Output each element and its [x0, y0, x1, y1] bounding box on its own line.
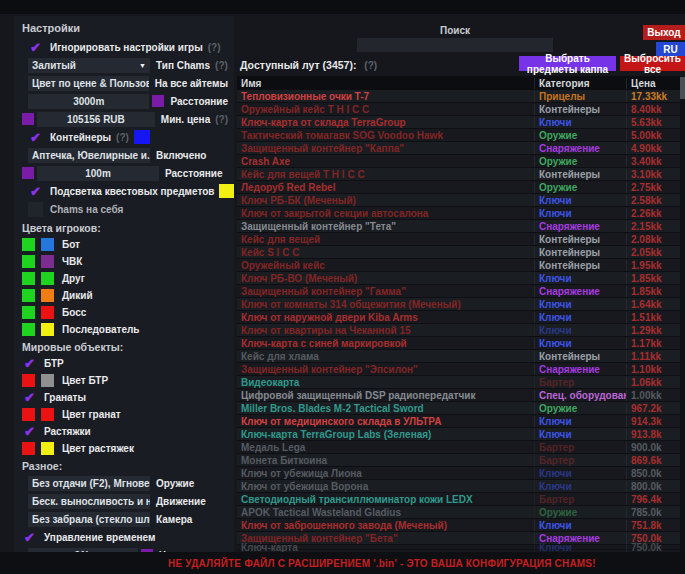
world-color-swatch-2[interactable]	[41, 408, 54, 421]
table-row[interactable]: Ключ от квартиры на Чеканной 15Ключи1.29…	[237, 324, 680, 337]
table-scrollbar[interactable]	[680, 76, 685, 552]
table-row[interactable]: Ключ от медицинского склада в УЛЬТРАКлюч…	[237, 415, 680, 428]
table-row[interactable]: Кейс для вещейКонтейнеры2.08kk	[237, 233, 680, 246]
table-row[interactable]: Тактический томагавк SOG Voodoo HawkОруж…	[237, 129, 680, 142]
quest-color-swatch[interactable]	[219, 184, 234, 198]
misc-dropdown[interactable]: Беск. выносливость и нет уста▼	[28, 494, 150, 509]
ignore-game-settings-row[interactable]: ✔ Игнорировать настройки игры (?)	[22, 39, 228, 55]
containers-type-dropdown[interactable]: Аптечка, Ювелирные и... ▼	[28, 148, 150, 163]
player-color-swatch-1[interactable]	[22, 289, 35, 302]
item-price-cell: 850.0k	[626, 468, 680, 479]
world-color-swatch-2[interactable]	[41, 442, 54, 455]
checkbox-unchecked-icon[interactable]	[28, 202, 43, 217]
checkbox-checked-icon[interactable]: ✔	[28, 40, 43, 55]
help-icon[interactable]: (?)	[215, 114, 228, 125]
time-control-row[interactable]: ✔ Управление временем	[22, 529, 228, 545]
color-mode-dropdown[interactable]: Цвет по цене & Пользователь ▼	[28, 76, 149, 91]
column-header-name[interactable]: Имя	[237, 78, 534, 89]
table-row[interactable]: Ледоруб Red RebelОружие2.75kk	[237, 181, 680, 194]
table-row[interactable]: Ключ-карта от склада TerraGroupКлючи5.63…	[237, 116, 680, 129]
help-icon[interactable]: (?)	[116, 132, 129, 143]
table-row[interactable]: Цифровой защищенный DSP радиопередатчикС…	[237, 389, 680, 402]
player-color-swatch-2[interactable]	[41, 238, 54, 251]
world-object-row[interactable]: ✔БТР	[22, 356, 228, 370]
player-color-swatch-1[interactable]	[22, 323, 35, 336]
world-color-swatch-1[interactable]	[22, 408, 35, 421]
scrollbar-thumb[interactable]	[680, 77, 685, 99]
player-color-swatch-2[interactable]	[41, 306, 54, 319]
table-row[interactable]: Медаль LegaБартер900.0k	[237, 441, 680, 454]
chams-self-row[interactable]: Chams на себя	[22, 201, 228, 217]
table-row[interactable]: Защищенный контейнер "Тета"Снаряжение2.1…	[237, 220, 680, 233]
min-price-color-swatch[interactable]	[22, 113, 34, 125]
world-color-swatch-1[interactable]	[22, 374, 35, 387]
table-row[interactable]: Кейс для хламаКонтейнеры1.11kk	[237, 350, 680, 363]
search-input[interactable]	[357, 38, 553, 52]
table-row[interactable]: Защищенный контейнер "Эпсилон"Снаряжение…	[237, 363, 680, 376]
distance-color-swatch[interactable]	[152, 95, 164, 107]
checkbox-checked-icon[interactable]: ✔	[28, 184, 43, 199]
player-color-row: Босс	[22, 305, 228, 319]
world-color-swatch-1[interactable]	[22, 442, 35, 455]
misc-dropdown[interactable]: Без отдачи (F2), Мгновенное п▼	[28, 476, 150, 491]
exit-button[interactable]: Выход	[643, 25, 685, 40]
containers-distance-swatch[interactable]	[22, 167, 34, 179]
checkbox-checked-icon[interactable]: ✔	[22, 530, 37, 545]
world-object-row[interactable]: ✔Гранаты	[22, 390, 228, 404]
table-row[interactable]: Светодиодный трансиллюминатор кожи LEDXБ…	[237, 493, 680, 506]
containers-row[interactable]: ✔ Контейнеры (?)	[22, 129, 228, 145]
table-row[interactable]: Ключ от убежища ЛионаКлючи850.0k	[237, 467, 680, 480]
drop-all-button[interactable]: Выбросить все	[620, 56, 685, 71]
misc-dropdown[interactable]: Без забрала (стекло шлема)▼	[28, 512, 150, 527]
player-color-swatch-1[interactable]	[22, 306, 35, 319]
help-icon[interactable]: (?)	[364, 60, 377, 71]
world-color-swatch-2[interactable]	[41, 374, 54, 387]
table-row[interactable]: ВидеокартаБартер1.06kk	[237, 376, 680, 389]
help-icon[interactable]: (?)	[208, 42, 221, 53]
table-row[interactable]: Ключ от комнаты 314 общежития (Меченый)К…	[237, 298, 680, 311]
color-mode-label: На все айтемы	[155, 78, 228, 89]
table-row[interactable]: Ключ от наружной двери Kiba ArmsКлючи1.5…	[237, 311, 680, 324]
checkbox-checked-icon[interactable]: ✔	[22, 356, 37, 371]
quest-highlight-row[interactable]: ✔ Подсветка квестовых предметов	[22, 183, 228, 199]
table-row[interactable]: Ключ от убежища ВоронаКлючи800.0k	[237, 480, 680, 493]
player-color-swatch-1[interactable]	[22, 238, 35, 251]
table-row[interactable]: Кейс S I C CКонтейнеры2.05kk	[237, 246, 680, 259]
player-color-swatch-1[interactable]	[22, 255, 35, 268]
player-color-swatch-2[interactable]	[41, 255, 54, 268]
table-row[interactable]: Оружейный кейс T H I C CКонтейнеры8.40kk	[237, 103, 680, 116]
table-row[interactable]: Защищенный контейнер "Гамма"Снаряжение1.…	[237, 285, 680, 298]
select-kappa-items-button[interactable]: Выбрать предметы каппа	[519, 56, 616, 71]
table-row[interactable]: Ключ РБ-БК (Меченый)Ключи2.58kk	[237, 194, 680, 207]
table-row[interactable]: Ключ РБ-ВО (Меченый)Ключи1.85kk	[237, 272, 680, 285]
player-color-swatch-1[interactable]	[22, 272, 35, 285]
table-row[interactable]: APOK Tactical Wasteland GladiusОружие785…	[237, 506, 680, 519]
table-row[interactable]: Ключ от заброшенного завода (Меченый)Клю…	[237, 519, 680, 532]
table-row[interactable]: Кейс для вещей T H I C CКонтейнеры3.10kk	[237, 168, 680, 181]
table-row[interactable]: Ключ-карта с синей маркировкойКлючи1.17k…	[237, 337, 680, 350]
table-row[interactable]: Оружейный кейсКонтейнеры1.95kk	[237, 259, 680, 272]
column-header-category[interactable]: Категория	[534, 78, 626, 89]
chams-type-dropdown[interactable]: Залитый ▼	[28, 58, 150, 73]
min-price-input[interactable]: 105156 RUB	[37, 112, 155, 127]
player-color-swatch-2[interactable]	[41, 272, 54, 285]
table-row[interactable]: Ключ-карта TerraGroup Labs (Зеленая)Ключ…	[237, 428, 680, 441]
containers-color-swatch[interactable]	[134, 130, 150, 144]
checkbox-checked-icon[interactable]: ✔	[28, 130, 43, 145]
help-icon[interactable]: (?)	[215, 60, 228, 71]
table-row[interactable]: Ключ-картаКлючи750.0k	[237, 545, 680, 550]
table-row[interactable]: Тепловизионные очки T-7Прицелы17.33kk	[237, 90, 680, 103]
world-object-row[interactable]: ✔Растяжки	[22, 424, 228, 438]
table-row[interactable]: Miller Bros. Blades M-2 Tactical SwordОр…	[237, 402, 680, 415]
checkbox-checked-icon[interactable]: ✔	[22, 424, 37, 439]
table-row[interactable]: Crash AxeОружие3.40kk	[237, 155, 680, 168]
column-header-price[interactable]: Цена	[626, 78, 680, 89]
player-color-swatch-2[interactable]	[41, 289, 54, 302]
table-row[interactable]: Монета БиткоинаБартер869.6k	[237, 454, 680, 467]
table-row[interactable]: Защищенный контейнер "Каппа"Снаряжение4.…	[237, 142, 680, 155]
distance-input[interactable]: 3000m	[28, 94, 149, 109]
table-row[interactable]: Ключ от закрытой секции автосалонаКлючи2…	[237, 207, 680, 220]
checkbox-checked-icon[interactable]: ✔	[22, 390, 37, 405]
player-color-swatch-2[interactable]	[41, 323, 54, 336]
containers-distance-input[interactable]: 100m	[37, 166, 159, 181]
